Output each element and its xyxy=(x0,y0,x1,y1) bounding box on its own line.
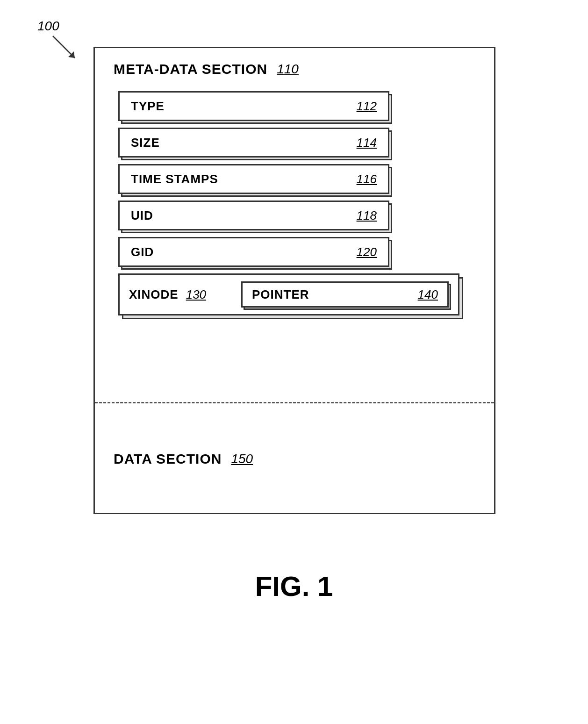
xinode-item: XINODE 130 POINTER 140 xyxy=(118,273,464,315)
gid-item: GID 120 xyxy=(118,237,394,267)
timestamps-number: 116 xyxy=(357,172,377,186)
meta-section-number: 110 xyxy=(277,62,299,77)
gid-number: 120 xyxy=(357,245,377,259)
data-section-title: DATA SECTION xyxy=(114,451,222,467)
meta-data-section: META-DATA SECTION 110 TYPE 112 SIZE xyxy=(95,48,494,403)
xinode-label: XINODE xyxy=(129,287,179,302)
uid-item: UID 118 xyxy=(118,201,394,230)
outer-box: META-DATA SECTION 110 TYPE 112 SIZE xyxy=(93,47,495,514)
timestamps-box: TIME STAMPS 116 xyxy=(118,164,389,194)
meta-items-container: TYPE 112 SIZE 114 TIME STAMPS xyxy=(95,77,494,325)
diagram-container: 100 META-DATA SECTION 110 TYPE 112 xyxy=(0,0,588,561)
meta-section-header: META-DATA SECTION 110 xyxy=(95,48,494,77)
type-item: TYPE 112 xyxy=(118,91,394,121)
timestamps-item: TIME STAMPS 116 xyxy=(118,164,394,194)
gid-label: GID xyxy=(131,245,154,259)
xinode-label-area: XINODE 130 xyxy=(129,287,232,302)
data-section-header: DATA SECTION 150 xyxy=(95,451,272,467)
figure-label: FIG. 1 xyxy=(255,570,333,602)
pointer-box: POINTER 140 xyxy=(241,281,449,308)
uid-label: UID xyxy=(131,208,153,223)
pointer-label: POINTER xyxy=(252,287,309,302)
type-number: 112 xyxy=(357,99,377,114)
uid-box: UID 118 xyxy=(118,201,389,230)
xinode-outer-box: XINODE 130 POINTER 140 xyxy=(118,273,459,315)
meta-section-title: META-DATA SECTION xyxy=(114,61,267,77)
data-section: DATA SECTION 150 xyxy=(95,403,494,514)
data-section-number: 150 xyxy=(231,452,253,466)
size-item: SIZE 114 xyxy=(118,128,394,158)
uid-number: 118 xyxy=(357,208,377,223)
size-label: SIZE xyxy=(131,136,160,150)
gid-box: GID 120 xyxy=(118,237,389,267)
ref-arrow xyxy=(50,34,79,62)
size-number: 114 xyxy=(357,136,377,150)
size-box: SIZE 114 xyxy=(118,128,389,158)
type-box: TYPE 112 xyxy=(118,91,389,121)
type-label: TYPE xyxy=(131,99,165,114)
xinode-number: 130 xyxy=(186,287,206,302)
ref-label-100: 100 xyxy=(37,19,59,34)
timestamps-label: TIME STAMPS xyxy=(131,172,218,186)
pointer-wrapper: POINTER 140 xyxy=(241,281,449,308)
pointer-number: 140 xyxy=(418,287,438,302)
